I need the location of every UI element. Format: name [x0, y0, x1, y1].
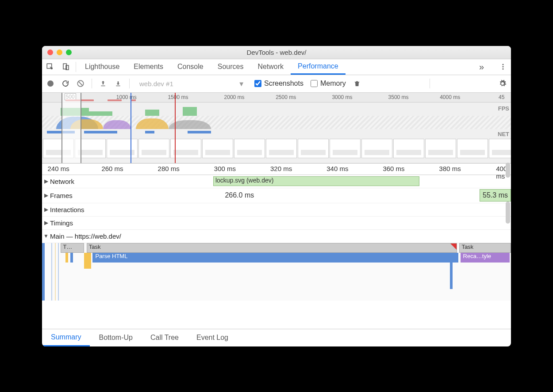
- record-icon[interactable]: [46, 80, 54, 88]
- recalc-style-block[interactable]: Reca…tyle: [461, 253, 510, 263]
- clear-icon[interactable]: [77, 80, 84, 88]
- tab-performance[interactable]: Performance: [291, 59, 346, 75]
- track-interactions[interactable]: ▶ Interactions: [42, 203, 511, 217]
- performance-toolbar: web.dev #1 ▼ Screenshots Memory: [42, 75, 511, 93]
- tab-sources[interactable]: Sources: [211, 59, 251, 75]
- window-title: DevTools - web.dev/: [42, 49, 511, 56]
- frame-long[interactable]: 266.0 ms: [225, 189, 254, 202]
- dropdown-icon: ▼: [238, 80, 245, 88]
- flame-chart[interactable]: T… Task Task Parse HTML Reca…tyle: [42, 243, 511, 301]
- memory-checkbox[interactable]: Memory: [311, 80, 346, 88]
- tab-call-tree[interactable]: Call Tree: [142, 329, 188, 346]
- gear-icon[interactable]: [499, 80, 507, 88]
- track-timings[interactable]: ▶ Timings: [42, 217, 511, 230]
- svg-point-4: [502, 66, 503, 67]
- devtools-tabbar: Lighthouse Elements Console Sources Netw…: [42, 59, 511, 75]
- download-icon[interactable]: [114, 80, 122, 88]
- svg-point-5: [502, 68, 503, 69]
- devtools-window: DevTools - web.dev/ Lighthouse Elements …: [42, 46, 511, 346]
- task-block-long[interactable]: Task: [87, 243, 457, 253]
- reload-icon[interactable]: [61, 80, 69, 88]
- track-main[interactable]: ▼ Main — https://web.dev/: [42, 230, 511, 243]
- track-frames[interactable]: ▶ Frames 266.0 ms 55.3 ms: [42, 188, 511, 203]
- expand-icon[interactable]: ▶: [42, 192, 50, 198]
- upload-icon[interactable]: [99, 80, 107, 88]
- overview-ruler[interactable]: 500 1000 ms 1500 ms 2000 ms 2500 ms 3000…: [42, 93, 511, 103]
- task-block-2[interactable]: Task: [459, 243, 511, 253]
- tracks-panel: ▶ Network lockup.svg (web.dev) ▶ Frames …: [42, 175, 511, 301]
- tab-network[interactable]: Network: [250, 59, 291, 75]
- detail-ruler[interactable]: 240 ms 260 ms 280 ms 300 ms 320 ms 340 m…: [42, 164, 511, 175]
- kebab-menu-icon[interactable]: [495, 63, 511, 70]
- svg-rect-8: [101, 86, 105, 86]
- playhead-blue[interactable]: [131, 93, 131, 163]
- screenshots-checkbox[interactable]: Screenshots: [254, 80, 303, 88]
- frame-short[interactable]: 55.3 ms: [480, 189, 511, 202]
- tab-event-log[interactable]: Event Log: [188, 329, 237, 346]
- network-item[interactable]: lockup.svg (web.dev): [213, 176, 419, 186]
- parse-html-block[interactable]: Parse HTML: [92, 253, 458, 263]
- svg-point-3: [502, 64, 503, 65]
- tab-elements[interactable]: Elements: [127, 59, 170, 75]
- long-task-indicator-icon: [450, 244, 457, 250]
- playhead-red[interactable]: [175, 93, 176, 163]
- svg-rect-9: [116, 86, 120, 86]
- profile-selector[interactable]: web.dev #1 ▼: [137, 80, 247, 88]
- details-tabbar: Summary Bottom-Up Call Tree Event Log: [42, 329, 511, 346]
- device-toggle-icon[interactable]: [58, 59, 74, 75]
- overview-selection[interactable]: [61, 93, 81, 163]
- task-block-short[interactable]: T…: [61, 243, 84, 253]
- overview-strip[interactable]: 500 1000 ms 1500 ms 2000 ms 2500 ms 3000…: [42, 93, 511, 164]
- svg-point-6: [47, 80, 54, 87]
- collapse-icon[interactable]: ▼: [42, 233, 50, 239]
- tab-lighthouse[interactable]: Lighthouse: [78, 59, 127, 75]
- track-network[interactable]: ▶ Network lockup.svg (web.dev): [42, 175, 511, 188]
- screenshot-thumbs[interactable]: [42, 137, 511, 160]
- expand-icon[interactable]: ▶: [42, 178, 50, 184]
- tab-console[interactable]: Console: [170, 59, 211, 75]
- expand-icon[interactable]: ▶: [42, 206, 50, 213]
- tab-bottom-up[interactable]: Bottom-Up: [90, 329, 141, 346]
- expand-icon[interactable]: ▶: [42, 220, 50, 226]
- tab-summary[interactable]: Summary: [42, 329, 90, 346]
- inspect-element-icon[interactable]: [42, 59, 58, 75]
- titlebar: DevTools - web.dev/: [42, 46, 511, 59]
- trash-icon[interactable]: [353, 80, 361, 88]
- profile-name: web.dev #1: [139, 80, 173, 88]
- more-tabs-icon[interactable]: »: [472, 62, 491, 72]
